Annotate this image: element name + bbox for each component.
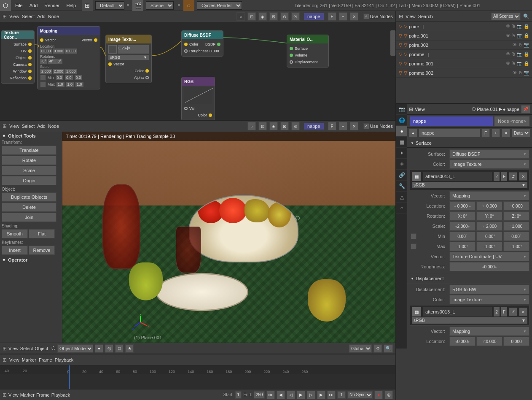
node-editor-scrollbar[interactable]: [390, 22, 395, 121]
solid-btn[interactable]: ◎: [105, 344, 113, 353]
min-x-val[interactable]: 0.00°: [449, 232, 476, 241]
translate-btn[interactable]: Translate: [2, 146, 56, 155]
vp-btn3[interactable]: ◈: [269, 122, 278, 130]
smooth-btn[interactable]: Smooth: [2, 229, 28, 238]
vp-view-menu[interactable]: View: [8, 346, 19, 351]
node-add-btn[interactable]: +: [339, 12, 347, 21]
map-min-y[interactable]: 0.0: [65, 75, 73, 80]
node-type-btn[interactable]: ○: [236, 12, 245, 21]
texture-coord-node[interactable]: Texture Coor... Surface UV Object: [1, 30, 35, 84]
disp-color-dropdown[interactable]: Image Texture: [449, 295, 529, 304]
pomme-vis-icon[interactable]: 👁: [506, 51, 511, 57]
pomme001-cursor-icon[interactable]: 🖱: [511, 61, 516, 66]
mode-dropdown[interactable]: Object Mode: [57, 344, 93, 353]
pomme-lock-icon[interactable]: 🔒: [524, 51, 529, 57]
vp-f-btn[interactable]: F: [328, 122, 336, 130]
mat-x-btn[interactable]: ✕: [502, 129, 510, 137]
img-reload-btn[interactable]: ↺: [509, 172, 517, 181]
image-texture-node[interactable]: Image Textu... L.2|F|× sRGB ▼: [105, 35, 152, 83]
outliner-search-icon[interactable]: 🔍: [523, 14, 529, 19]
layout-add[interactable]: ✕: [126, 3, 130, 8]
prop-icon-world[interactable]: 🌐: [396, 115, 407, 126]
scale-btn[interactable]: Scale: [2, 166, 56, 175]
poire001-cursor-icon[interactable]: 🖱: [511, 33, 516, 38]
disp-vector-dropdown[interactable]: Mapping: [449, 327, 529, 336]
menu-file[interactable]: File: [12, 2, 26, 9]
outliner-item-poire[interactable]: ▽ ▽ poire | 👁 🖱 📷 🔒: [396, 22, 532, 31]
material-icon-btn[interactable]: ●: [409, 129, 417, 137]
data-dropdown[interactable]: Data: [512, 129, 530, 137]
tl-playback[interactable]: Playback: [55, 357, 74, 362]
tl-playback-menu[interactable]: Playback: [51, 392, 70, 397]
disp-dropdown[interactable]: RGB to BW: [449, 285, 529, 294]
prop-icon-physics[interactable]: ⚛: [396, 159, 407, 170]
max-x-val[interactable]: -1.00°: [449, 242, 476, 251]
poire002-render-icon[interactable]: 📷: [524, 42, 529, 48]
map-loc-z[interactable]: 0.000: [65, 49, 77, 54]
poire-vis-icon[interactable]: 👁: [506, 24, 511, 29]
loc-z-val[interactable]: : 0.000: [503, 201, 529, 211]
use-nodes-vp-checkbox[interactable]: [363, 123, 369, 129]
menu-help[interactable]: Help: [63, 2, 79, 9]
disp-loc-x-val[interactable]: ◂ 0.000 ▸: [449, 337, 476, 346]
map-loc-x[interactable]: 0.000: [40, 49, 52, 54]
node-btn3[interactable]: ◈: [258, 12, 267, 21]
next-keyframe-btn[interactable]: ▷: [307, 391, 315, 399]
prop-icon-constraints[interactable]: 🔗: [396, 170, 407, 181]
pomme001-lock-icon[interactable]: 🔒: [524, 61, 529, 66]
pomme002-cursor-icon[interactable]: 🖱: [518, 70, 523, 76]
end-frame[interactable]: 250: [254, 391, 265, 399]
image-texture-name[interactable]: L.2|F|×: [118, 45, 149, 54]
scale-z-val[interactable]: : 1.000: [503, 222, 529, 231]
pomme-cursor-icon[interactable]: 🖱: [511, 51, 516, 57]
vector2-dropdown[interactable]: Texture Coordinate | UV: [449, 252, 529, 261]
map-rot-z[interactable]: ·0°: [55, 59, 62, 64]
outliner-item-pomme[interactable]: ▽ ▽ pomme | 👁 🖱 📷 🔒: [396, 50, 532, 59]
duplicate-btn[interactable]: Duplicate Objects: [2, 192, 56, 202]
timeline-track[interactable]: [0, 374, 395, 389]
prop-icon-object[interactable]: ○: [396, 203, 407, 214]
outliner-item-pomme001[interactable]: ▽ ▽ pomme.001 👁 🖱 📷 🔒: [396, 59, 532, 68]
select-menu[interactable]: Select: [22, 124, 35, 129]
rgb-node[interactable]: RGB Val Color: [181, 77, 215, 121]
surface-dropdown[interactable]: Diffuse BSDF: [449, 149, 529, 159]
tl-marker[interactable]: Marker: [22, 357, 36, 362]
render-dropdown[interactable]: Cycles Render: [197, 1, 242, 10]
diffuse-bsdf-node[interactable]: Diffuse BSDF Color BSDF Roughness 0.000: [181, 30, 223, 57]
timeline-playhead[interactable]: [69, 365, 70, 374]
outliner-search[interactable]: Search: [418, 14, 433, 19]
vp-select-menu[interactable]: Select: [20, 346, 33, 351]
record-btn[interactable]: ●: [374, 391, 383, 399]
disp-colorspace-row[interactable]: sRGB ▼: [412, 317, 527, 324]
prop-icon-texture[interactable]: ▦: [396, 137, 407, 148]
render-preview-btn[interactable]: ●: [95, 344, 103, 353]
loc-x-val[interactable]: ◂ 0.000 ▸: [449, 201, 476, 211]
menu-select-node[interactable]: Select: [22, 14, 35, 19]
disp-img-name[interactable]: atterns0013_L: [423, 307, 492, 316]
rot-y-val[interactable]: Y: 0°: [476, 211, 502, 221]
mat-plus-btn[interactable]: +: [492, 129, 500, 137]
map-rot-y[interactable]: ·0°: [48, 59, 55, 64]
disp-x-btn[interactable]: ✕: [519, 308, 527, 316]
prev-frame-btn[interactable]: ◀: [277, 391, 285, 399]
surface-section-header[interactable]: ▼ Surface: [407, 138, 532, 148]
scene-dropdown[interactable]: Scene: [146, 1, 174, 10]
map-min-z[interactable]: 0.0: [75, 75, 83, 80]
map-rot-x[interactable]: ·0°: [40, 59, 47, 64]
delete-btn[interactable]: Delete: [2, 203, 56, 212]
poire-cursor-icon[interactable]: 🖱: [511, 24, 516, 29]
scale-y-val[interactable]: Y: 2.000: [476, 222, 502, 231]
jump-start-btn[interactable]: ⏮: [266, 391, 275, 399]
mat-name-display[interactable]: nappe: [410, 116, 493, 126]
nappe-name-field[interactable]: nappe: [419, 129, 480, 137]
map-max-y[interactable]: 1.0: [66, 82, 74, 87]
pomme001-render-icon[interactable]: 📷: [517, 61, 523, 66]
jump-end-btn[interactable]: ⏭: [327, 391, 336, 399]
viewport-canvas[interactable]: Time: 00:19.79 | Rendering | Path Tracin…: [62, 132, 395, 343]
node-del-btn[interactable]: ✕: [350, 12, 358, 21]
max-checkbox[interactable]: [411, 243, 416, 249]
vp-x-btn[interactable]: ✕: [350, 122, 358, 130]
use-nodes-vp[interactable]: Use Nodes: [363, 123, 393, 129]
map-loc-y[interactable]: 0.000: [53, 49, 65, 54]
img-colorspace-row[interactable]: sRGB ▼: [412, 182, 527, 188]
